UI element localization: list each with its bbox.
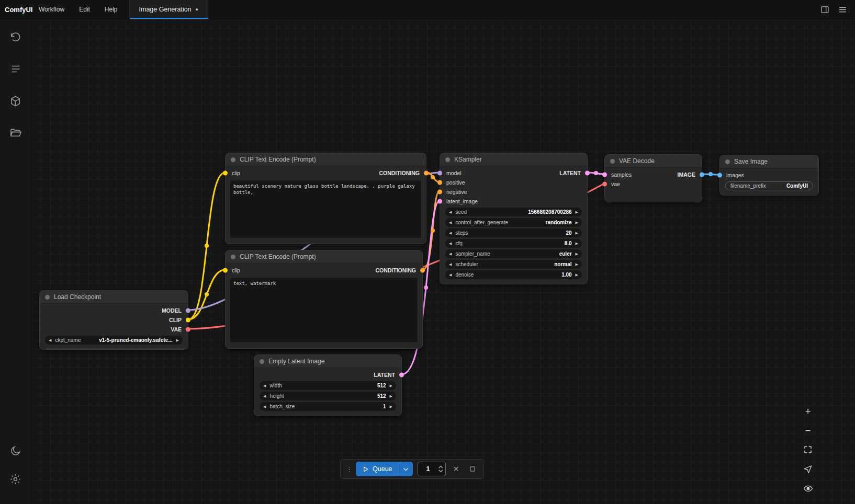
step-right-icon[interactable]: ▶ [576,242,578,245]
input-socket-images[interactable] [717,173,722,178]
input-socket-negative[interactable] [437,190,442,194]
widget-batch-size[interactable]: ◀ batch_size 1 ▶ [260,402,396,411]
batch-count-value[interactable]: 1 [418,465,438,473]
step-right-icon[interactable]: ▶ [576,231,578,235]
step-right-icon[interactable]: ▶ [390,394,392,398]
zoom-out-icon[interactable]: − [802,424,814,437]
widget-scheduler[interactable]: ◀ scheduler normal ▶ [445,260,582,269]
output-socket-vae[interactable] [186,327,190,332]
collapse-dot-icon[interactable] [231,255,235,259]
step-right-icon[interactable]: ▶ [390,405,392,408]
input-socket-vae[interactable] [602,182,607,187]
drag-handle-icon[interactable]: ⋮ [346,465,351,473]
prompt-textarea[interactable]: beautiful scenery nature glass bottle la… [230,180,422,238]
cancel-icon[interactable]: ✕ [451,463,462,475]
input-socket-clip[interactable] [223,268,228,273]
node-vae-decode[interactable]: VAE Decode samples IMAGE vae [604,154,702,202]
step-left-icon[interactable]: ◀ [449,273,452,277]
step-right-icon[interactable]: ▶ [576,262,578,266]
collapse-dot-icon[interactable] [725,159,730,164]
step-left-icon[interactable]: ◀ [449,231,452,235]
output-socket-latent[interactable] [399,373,404,377]
step-right-icon[interactable]: ▶ [576,252,578,256]
output-socket-conditioning[interactable] [420,268,425,273]
batch-count-spinner[interactable]: 1 [418,462,446,476]
widget-filename-prefix[interactable]: filename_prefix ComfyUI [725,181,813,190]
step-left-icon[interactable]: ◀ [449,242,452,245]
step-left-icon[interactable]: ◀ [449,252,452,256]
fit-view-icon[interactable] [802,443,814,456]
output-socket-image[interactable] [700,173,704,177]
collapse-dot-icon[interactable] [231,157,235,162]
step-left-icon[interactable]: ◀ [49,338,51,342]
panel-toggle-icon[interactable] [818,3,831,16]
queue-run-button[interactable]: Queue [356,462,399,476]
node-header[interactable]: KSampler [440,153,587,166]
node-header[interactable]: Save Image [720,155,818,168]
node-ksampler[interactable]: KSampler model LATENT positive negative … [440,153,588,284]
widget-height[interactable]: ◀ height 512 ▶ [260,392,396,400]
prompt-textarea[interactable]: text, watermark [230,277,418,343]
spinner-down-icon[interactable] [438,469,443,473]
node-load-checkpoint[interactable]: Load Checkpoint MODEL CLIP VAE ◀ ckpt_na… [39,290,188,350]
theme-moon-icon[interactable] [5,440,26,461]
step-left-icon[interactable]: ◀ [263,384,266,387]
output-socket-latent[interactable] [585,171,590,176]
menu-help[interactable]: Help [97,0,125,19]
node-save-image[interactable]: Save Image images filename_prefix ComfyU… [719,155,819,196]
step-right-icon[interactable]: ▶ [576,273,578,277]
select-mode-icon[interactable] [802,463,814,475]
step-right-icon[interactable]: ▶ [176,338,179,342]
collapse-dot-icon[interactable] [445,157,450,162]
widget-cfg[interactable]: ◀ cfg 8.0 ▶ [445,239,582,248]
input-socket-latent-image[interactable] [437,199,442,204]
step-left-icon[interactable]: ◀ [263,405,266,408]
widget-denoise[interactable]: ◀ denoise 1.00 ▶ [445,270,582,279]
input-socket-model[interactable] [437,171,442,176]
toggle-links-eye-icon[interactable] [802,482,814,495]
step-right-icon[interactable]: ▶ [390,384,392,387]
settings-gear-icon[interactable] [5,468,26,489]
node-canvas[interactable]: Load Checkpoint MODEL CLIP VAE ◀ ckpt_na… [31,19,855,504]
step-left-icon[interactable]: ◀ [449,221,452,224]
stop-icon[interactable] [467,463,478,475]
step-left-icon[interactable]: ◀ [449,262,452,266]
node-header[interactable]: CLIP Text Encode (Prompt) [226,153,426,166]
step-right-icon[interactable]: ▶ [576,221,578,224]
menu-workflow[interactable]: Workflow [31,0,72,19]
tab-image-generation[interactable]: Image Generation ● [129,0,209,19]
output-socket-clip[interactable] [186,318,190,323]
node-empty-latent-image[interactable]: Empty Latent Image LATENT ◀ width 512 ▶ … [254,354,402,416]
widget-ckpt-name[interactable]: ◀ ckpt_name v1-5-pruned-emaonly.safete..… [45,336,183,345]
queue-dropdown-button[interactable] [399,462,413,476]
node-clip-text-encode-positive[interactable]: CLIP Text Encode (Prompt) clip CONDITION… [225,153,426,244]
input-socket-samples[interactable] [602,173,607,177]
node-header[interactable]: VAE Decode [605,155,702,168]
model-library-icon[interactable] [5,90,26,111]
widget-sampler-name[interactable]: ◀ sampler_name euler ▶ [445,249,582,258]
step-right-icon[interactable]: ▶ [576,210,578,214]
output-socket-conditioning[interactable] [424,171,429,176]
collapse-dot-icon[interactable] [260,359,264,364]
zoom-in-icon[interactable]: + [802,405,814,417]
node-header[interactable]: Empty Latent Image [254,355,401,368]
widget-control-after-generate[interactable]: ◀ control_after_generate randomize ▶ [445,218,582,227]
collapse-dot-icon[interactable] [610,159,615,164]
workflows-folder-icon[interactable] [5,122,26,143]
input-socket-clip[interactable] [223,171,228,176]
step-left-icon[interactable]: ◀ [449,210,452,214]
widget-steps[interactable]: ◀ steps 20 ▶ [445,228,582,237]
spinner-up-icon[interactable] [438,465,443,468]
collapse-dot-icon[interactable] [45,295,50,300]
hamburger-menu-icon[interactable] [836,3,849,16]
output-socket-model[interactable] [186,308,190,313]
input-socket-positive[interactable] [437,180,442,185]
widget-width[interactable]: ◀ width 512 ▶ [260,381,396,390]
step-left-icon[interactable]: ◀ [263,394,266,398]
history-icon[interactable] [5,27,26,48]
menu-edit[interactable]: Edit [72,0,97,19]
widget-seed[interactable]: ◀ seed 156680208700286 ▶ [445,208,582,216]
node-header[interactable]: Load Checkpoint [40,291,188,304]
node-clip-text-encode-negative[interactable]: CLIP Text Encode (Prompt) clip CONDITION… [225,250,423,349]
node-header[interactable]: CLIP Text Encode (Prompt) [226,250,422,264]
